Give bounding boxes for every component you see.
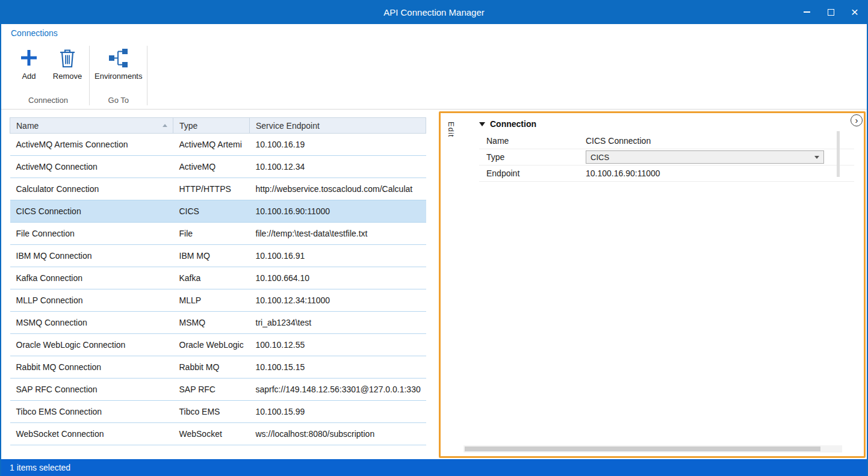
connections-table-area: Name Type Service Endpoint ActiveMQ Arte… bbox=[10, 110, 426, 459]
cell-name: Tibco EMS Connection bbox=[10, 401, 173, 423]
cell-name: File Connection bbox=[10, 223, 173, 245]
cell-name: Calculator Connection bbox=[10, 178, 173, 200]
table-row[interactable]: File ConnectionFilefile://temp:\test-dat… bbox=[10, 223, 426, 245]
cell-endpoint: http://webservice.toscacloud.com/Calcula… bbox=[250, 178, 426, 200]
maximize-button[interactable] bbox=[819, 0, 843, 24]
cell-endpoint: 10.100.12.34:11000 bbox=[250, 289, 426, 312]
add-button-label: Add bbox=[22, 72, 36, 81]
table-row[interactable]: IBM MQ ConnectionIBM MQ10.100.16.91 bbox=[10, 245, 426, 267]
minimize-icon bbox=[804, 11, 810, 13]
table-row[interactable]: Oracle WebLogic ConnectionOracle WebLogi… bbox=[10, 334, 426, 356]
cell-endpoint: 10.100.15.15 bbox=[250, 356, 426, 379]
plus-icon bbox=[19, 47, 39, 69]
cell-endpoint: 10.100.664.10 bbox=[250, 267, 426, 289]
column-header-name[interactable]: Name bbox=[10, 118, 173, 134]
cell-type: Tibco EMS bbox=[173, 401, 250, 423]
remove-button-label: Remove bbox=[53, 72, 82, 81]
chevron-down-icon bbox=[814, 156, 819, 159]
column-header-type[interactable]: Type bbox=[173, 118, 250, 134]
cell-name: CICS Connection bbox=[10, 200, 173, 223]
group-label-connection: Connection bbox=[12, 94, 84, 109]
ribbon-tab-strip: Connections bbox=[1, 24, 867, 42]
close-button[interactable] bbox=[843, 0, 867, 24]
endpoint-field-label: Endpoint bbox=[486, 168, 586, 178]
edit-flyout-tab[interactable]: Edit bbox=[441, 113, 461, 456]
title-bar: API Connection Manager bbox=[1, 0, 867, 24]
table-row[interactable]: Calculator ConnectionHTTP/HTTPShttp://we… bbox=[10, 178, 426, 200]
cell-endpoint: tri_ab1234\test bbox=[250, 312, 426, 334]
close-icon bbox=[851, 5, 858, 19]
cell-type: Oracle WebLogic bbox=[173, 334, 250, 356]
edit-panel: Edit Connection Name CICS Connection Typ bbox=[439, 111, 866, 458]
cell-endpoint: 10.100.16.91 bbox=[250, 245, 426, 267]
cell-name: WebSocket Connection bbox=[10, 423, 173, 445]
cell-name: SAP RFC Connection bbox=[10, 379, 173, 401]
table-row[interactable]: WebSocket ConnectionWebSocketws://localh… bbox=[10, 423, 426, 445]
table-row[interactable]: ActiveMQ Artemis ConnectionActiveMQ Arte… bbox=[10, 134, 426, 156]
table-header-row: Name Type Service Endpoint bbox=[10, 118, 426, 134]
table-body: ActiveMQ Artemis ConnectionActiveMQ Arte… bbox=[10, 134, 426, 445]
table-row[interactable]: ActiveMQ ConnectionActiveMQ10.100.12.34 bbox=[10, 156, 426, 178]
edit-panel-content: Connection Name CICS Connection Type CIC… bbox=[461, 113, 864, 456]
selection-count: 1 items selected bbox=[10, 463, 70, 472]
horizontal-scrollbar[interactable] bbox=[463, 445, 842, 453]
horizontal-scrollbar-thumb[interactable] bbox=[465, 447, 820, 451]
environments-icon bbox=[108, 47, 129, 69]
add-button[interactable]: Add bbox=[12, 47, 46, 81]
group-label-goto: Go To bbox=[95, 94, 142, 109]
table-row[interactable]: Kafka ConnectionKafka10.100.664.10 bbox=[10, 267, 426, 289]
ribbon-group-connection: Add Remove Connection bbox=[7, 42, 89, 109]
cell-endpoint: 10.100.12.34 bbox=[250, 156, 426, 178]
remove-button[interactable]: Remove bbox=[51, 47, 84, 81]
ribbon: Add Remove Connection bbox=[1, 42, 867, 110]
cell-type: Kafka bbox=[173, 267, 250, 289]
table-row[interactable]: CICS ConnectionCICS10.100.16.90:11000 bbox=[10, 200, 426, 223]
collapse-panel-button[interactable] bbox=[851, 114, 863, 126]
cell-type: MSMQ bbox=[173, 312, 250, 334]
cell-name: Kafka Connection bbox=[10, 267, 173, 289]
table-row[interactable]: MLLP ConnectionMLLP10.100.12.34:11000 bbox=[10, 289, 426, 312]
cell-name: Rabbit MQ Connection bbox=[10, 356, 173, 379]
connections-table: Name Type Service Endpoint ActiveMQ Arte… bbox=[10, 117, 426, 445]
trash-icon bbox=[59, 47, 76, 69]
table-row[interactable]: SAP RFC ConnectionSAP RFCsaprfc://149.14… bbox=[10, 379, 426, 401]
table-row[interactable]: Tibco EMS ConnectionTibco EMS10.100.15.9… bbox=[10, 401, 426, 423]
endpoint-field-value[interactable]: 10.100.16.90:11000 bbox=[586, 168, 854, 178]
cell-name: MSMQ Connection bbox=[10, 312, 173, 334]
cell-endpoint: 10.100.15.99 bbox=[250, 401, 426, 423]
cell-type: HTTP/HTTPS bbox=[173, 178, 250, 200]
type-dropdown[interactable]: CICS bbox=[586, 150, 824, 164]
cell-endpoint: saprfc://149.148.12.56:3301@127.0.0.1:33… bbox=[250, 379, 426, 401]
field-row-name: Name CICS Connection bbox=[479, 133, 854, 149]
cell-type: Rabbit MQ bbox=[173, 356, 250, 379]
cell-type: WebSocket bbox=[173, 423, 250, 445]
window-controls bbox=[795, 0, 867, 24]
cell-name: Oracle WebLogic Connection bbox=[10, 334, 173, 356]
table-row[interactable]: Rabbit MQ ConnectionRabbit MQ10.100.15.1… bbox=[10, 356, 426, 379]
main-content: Name Type Service Endpoint ActiveMQ Arte… bbox=[1, 110, 867, 459]
sort-ascending-icon bbox=[163, 124, 167, 127]
column-header-service-endpoint[interactable]: Service Endpoint bbox=[250, 118, 426, 134]
environments-button[interactable]: Environments bbox=[95, 47, 142, 81]
connection-fields: Name CICS Connection Type CICS Endpoint … bbox=[479, 133, 854, 182]
section-title: Connection bbox=[490, 119, 536, 129]
ribbon-separator bbox=[147, 46, 147, 105]
chevron-right-icon bbox=[855, 117, 858, 125]
field-row-endpoint: Endpoint 10.100.16.90:11000 bbox=[479, 165, 854, 182]
tab-connections[interactable]: Connections bbox=[11, 28, 58, 38]
window-title: API Connection Manager bbox=[1, 7, 867, 17]
app-window: API Connection Manager Connections Add bbox=[0, 0, 868, 476]
table-row[interactable]: MSMQ ConnectionMSMQtri_ab1234\test bbox=[10, 312, 426, 334]
connection-section-header[interactable]: Connection bbox=[479, 119, 854, 129]
cell-endpoint: 10.100.16.90:11000 bbox=[250, 200, 426, 223]
cell-type: CICS bbox=[173, 200, 250, 223]
cell-endpoint: 10.100.16.19 bbox=[250, 134, 426, 156]
status-bar: 1 items selected bbox=[1, 459, 867, 476]
name-field-value[interactable]: CICS Connection bbox=[586, 136, 854, 146]
vertical-scrollbar-thumb[interactable] bbox=[837, 131, 840, 177]
cell-name: ActiveMQ Artemis Connection bbox=[10, 134, 173, 156]
minimize-button[interactable] bbox=[795, 0, 819, 24]
ribbon-group-goto: Environments Go To bbox=[90, 42, 147, 109]
type-field-label: Type bbox=[486, 152, 586, 162]
environments-button-label: Environments bbox=[95, 72, 142, 81]
